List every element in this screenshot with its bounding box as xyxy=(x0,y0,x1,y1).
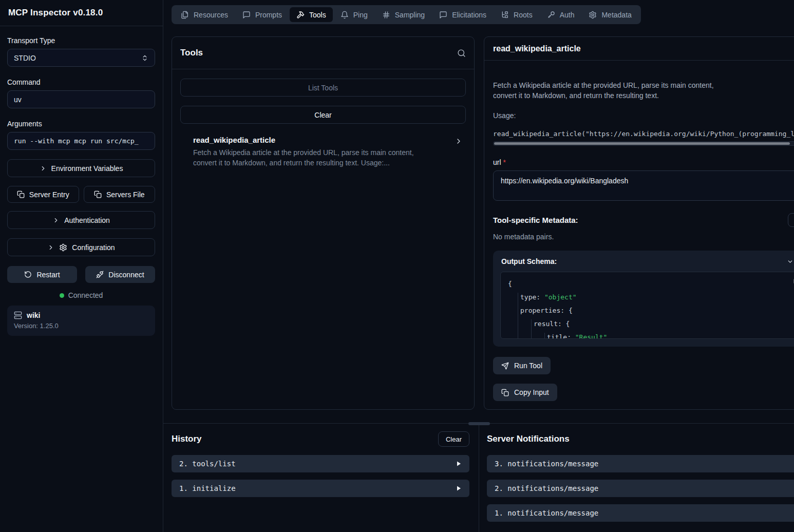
hash-icon xyxy=(382,11,390,19)
resize-handle[interactable] xyxy=(468,422,490,425)
tool-name: read_wikipedia_article xyxy=(193,136,455,144)
history-item-label: 2. tools/list xyxy=(179,460,236,468)
top-nav: ResourcesPromptsToolsPingSamplingElicita… xyxy=(172,5,641,24)
send-icon xyxy=(501,362,509,370)
tab-label: Tools xyxy=(309,11,326,19)
tool-list-item[interactable]: read_wikipedia_article Fetch a Wikipedia… xyxy=(180,136,466,168)
copy-input-button[interactable]: Copy Input xyxy=(493,384,557,401)
restart-button[interactable]: Restart xyxy=(7,266,77,283)
unplug-icon xyxy=(96,271,104,278)
connected-dot-icon xyxy=(60,293,64,298)
restart-icon xyxy=(24,271,32,278)
tab-sampling[interactable]: Sampling xyxy=(375,7,431,22)
usage-horizontal-scrollbar[interactable] xyxy=(493,141,794,146)
notification-item-label: 1. notifications/message xyxy=(495,509,598,517)
authentication-button[interactable]: Authentication xyxy=(7,211,155,229)
copy-icon xyxy=(501,389,509,396)
tools-panel: Tools List Tools Clear read_wikipedia_ar… xyxy=(172,36,475,410)
chevron-right-icon xyxy=(47,244,54,251)
required-asterisk: * xyxy=(503,158,506,166)
expand-schema-button[interactable]: Expand xyxy=(787,258,794,265)
tab-metadata[interactable]: Metadata xyxy=(582,7,638,22)
tab-label: Resources xyxy=(194,11,228,19)
transport-select-value: STDIO xyxy=(14,54,36,62)
sidebar-header: MCP Inspector v0.18.0 xyxy=(0,0,163,26)
key-icon xyxy=(547,11,555,19)
chevron-down-icon xyxy=(787,258,793,265)
history-item[interactable]: 1. initialize xyxy=(172,480,469,497)
transport-select[interactable]: STDIO xyxy=(7,49,155,67)
url-input[interactable]: https://en.wikipedia.org/wiki/Bangladesh xyxy=(493,170,794,201)
command-input[interactable] xyxy=(7,90,155,108)
tab-elicitations[interactable]: Elicitations xyxy=(432,7,493,22)
schema-code-block[interactable]: { type: "object" properties: { result: {… xyxy=(500,272,794,339)
schema-line: type: "object" xyxy=(508,291,794,304)
notifications-title: Server Notifications xyxy=(487,434,570,444)
history-title: History xyxy=(172,434,202,444)
copy-icon xyxy=(94,191,102,198)
clear-tools-button[interactable]: Clear xyxy=(180,106,466,124)
notification-item-label: 3. notifications/message xyxy=(495,460,598,468)
play-icon xyxy=(456,461,462,467)
chevron-right-icon xyxy=(52,217,60,224)
history-item[interactable]: 2. tools/list xyxy=(172,455,469,472)
command-label: Command xyxy=(7,78,155,86)
horizontal-divider xyxy=(163,423,794,424)
run-tool-button[interactable]: Run Tool xyxy=(493,357,551,374)
message-square-icon xyxy=(242,11,251,19)
transport-type-label: Transport Type xyxy=(7,36,155,45)
tab-ping[interactable]: Ping xyxy=(334,7,374,22)
url-label: url xyxy=(493,158,501,166)
tab-label: Roots xyxy=(514,11,533,19)
configuration-button[interactable]: Configuration xyxy=(7,238,155,256)
notification-item[interactable]: 2. notifications/message xyxy=(487,480,794,497)
output-schema-card: Output Schema: Expand xyxy=(493,251,794,347)
status-text: Connected xyxy=(68,291,103,299)
detail-description: Fetch a Wikipedia article at the provide… xyxy=(493,80,794,101)
tab-resources[interactable]: Resources xyxy=(174,7,235,22)
environment-variables-button[interactable]: Environment Variables xyxy=(7,159,155,177)
usage-label: Usage: xyxy=(493,111,794,120)
server-notifications-panel: Server Notifications Clear 3. notificati… xyxy=(479,424,794,532)
app-root: MCP Inspector v0.18.0 Transport Type STD… xyxy=(0,0,794,532)
tools-panel-title: Tools xyxy=(180,48,203,58)
search-icon[interactable] xyxy=(457,49,466,58)
tab-tools[interactable]: Tools xyxy=(290,7,333,22)
server-version: Version: 1.25.0 xyxy=(14,322,148,330)
output-schema-label: Output Schema: xyxy=(501,257,557,265)
server-card: wiki Version: 1.25.0 xyxy=(7,306,155,336)
disconnect-button[interactable]: Disconnect xyxy=(85,266,155,283)
notification-item[interactable]: 3. notifications/message xyxy=(487,455,794,472)
arguments-input[interactable] xyxy=(7,132,155,150)
no-metadata-text: No metadata pairs. xyxy=(493,233,794,241)
server-name: wiki xyxy=(27,311,40,319)
list-tools-button[interactable]: List Tools xyxy=(180,79,466,97)
server-entry-button[interactable]: Server Entry xyxy=(7,186,79,203)
files-icon xyxy=(181,11,189,19)
tool-description: Fetch a Wikipedia article at the provide… xyxy=(193,147,439,168)
tab-prompts[interactable]: Prompts xyxy=(236,7,289,22)
tree-icon xyxy=(501,11,509,19)
history-item-label: 1. initialize xyxy=(179,484,236,492)
history-panel: History Clear 2. tools/list1. initialize xyxy=(163,424,479,532)
notification-item-label: 2. notifications/message xyxy=(495,484,598,492)
tab-label: Auth xyxy=(560,11,575,19)
chevron-right-icon xyxy=(455,137,463,145)
chevrons-up-down-icon xyxy=(141,54,148,62)
clear-history-button[interactable]: Clear xyxy=(438,431,469,447)
tab-label: Elicitations xyxy=(452,11,486,19)
copy-icon xyxy=(17,191,25,198)
schema-line: properties: { xyxy=(508,304,794,317)
notification-item[interactable]: 1. notifications/message xyxy=(487,504,794,522)
gear-icon xyxy=(59,243,67,252)
hammer-icon xyxy=(296,11,305,19)
message-square-icon xyxy=(439,11,447,19)
servers-file-button[interactable]: Servers File xyxy=(84,186,156,203)
tab-auth[interactable]: Auth xyxy=(540,7,581,22)
connection-status: Connected xyxy=(7,291,155,299)
tab-roots[interactable]: Roots xyxy=(494,7,539,22)
arguments-label: Arguments xyxy=(7,120,155,128)
gear-icon xyxy=(589,11,597,19)
add-pair-button[interactable]: Add Pair xyxy=(788,213,794,227)
chevron-right-icon xyxy=(40,165,47,172)
